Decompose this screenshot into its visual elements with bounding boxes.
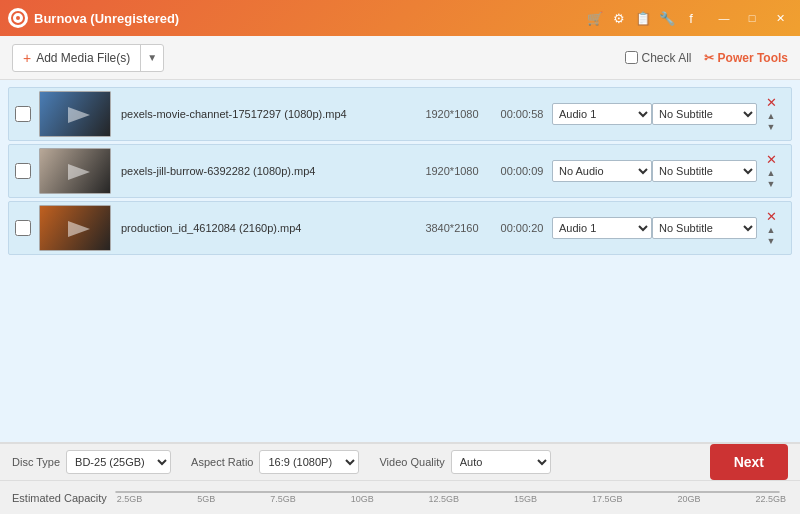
file-audio-wrap: No AudioAudio 1	[552, 160, 652, 182]
add-media-label: Add Media File(s)	[36, 51, 130, 65]
add-media-main[interactable]: + Add Media File(s)	[13, 45, 141, 71]
disc-type-group: Disc Type BD-25 (25GB)BD-50 (50GB)DVD-5 …	[12, 450, 171, 474]
file-name: production_id_4612084 (2160p).mp4	[121, 222, 412, 234]
file-audio-wrap: Audio 1No Audio	[552, 217, 652, 239]
table-row: pexels-jill-burrow-6392282 (1080p).mp419…	[8, 144, 792, 198]
file-checkbox[interactable]	[15, 163, 31, 179]
close-button[interactable]: ✕	[768, 6, 792, 30]
file-delete-button[interactable]: ✕	[766, 153, 777, 166]
file-delete-button[interactable]: ✕	[766, 210, 777, 223]
file-actions: ✕▲▼	[757, 96, 785, 133]
tray-icon-5[interactable]: f	[680, 7, 702, 29]
file-checkbox[interactable]	[15, 106, 31, 122]
file-checkbox[interactable]	[15, 220, 31, 236]
file-move-up-button[interactable]: ▲	[767, 111, 776, 122]
file-reorder-arrows: ▲▼	[767, 168, 776, 190]
file-list: pexels-movie-channet-17517297 (1080p).mp…	[0, 80, 800, 442]
table-row: pexels-movie-channet-17517297 (1080p).mp…	[8, 87, 792, 141]
maximize-button[interactable]: □	[740, 6, 764, 30]
tray-icon-1[interactable]: 🛒	[584, 7, 606, 29]
file-audio-wrap: Audio 1No Audio	[552, 103, 652, 125]
video-quality-label: Video Quality	[379, 456, 444, 468]
file-resolution: 1920*1080	[412, 165, 492, 177]
file-name: pexels-jill-burrow-6392282 (1080p).mp4	[121, 165, 412, 177]
capacity-tick: 17.5GB	[592, 494, 623, 504]
file-subtitle-select[interactable]: No Subtitle	[652, 217, 757, 239]
app-title: Burnova (Unregistered)	[34, 11, 584, 26]
file-duration: 00:00:20	[492, 222, 552, 234]
toolbar-right: Check All ✂ Power Tools	[625, 51, 788, 65]
capacity-tick: 5GB	[197, 494, 215, 504]
disc-type-select[interactable]: BD-25 (25GB)BD-50 (50GB)DVD-5 (4.7GB)DVD…	[66, 450, 171, 474]
check-all-label[interactable]: Check All	[625, 51, 692, 65]
bottom-bar: Disc Type BD-25 (25GB)BD-50 (50GB)DVD-5 …	[0, 442, 800, 514]
file-actions: ✕▲▼	[757, 153, 785, 190]
file-delete-button[interactable]: ✕	[766, 96, 777, 109]
capacity-tick: 2.5GB	[117, 494, 143, 504]
capacity-tick: 20GB	[677, 494, 700, 504]
capacity-tick: 7.5GB	[270, 494, 296, 504]
add-icon: +	[23, 50, 31, 66]
file-thumbnail	[39, 148, 111, 194]
minimize-button[interactable]: —	[712, 6, 736, 30]
window-controls: — □ ✕	[712, 6, 792, 30]
capacity-label: Estimated Capacity	[12, 492, 107, 504]
options-row: Disc Type BD-25 (25GB)BD-50 (50GB)DVD-5 …	[0, 444, 800, 481]
file-resolution: 3840*2160	[412, 222, 492, 234]
disc-type-label: Disc Type	[12, 456, 60, 468]
aspect-ratio-label: Aspect Ratio	[191, 456, 253, 468]
app-logo	[8, 8, 28, 28]
file-move-down-button[interactable]: ▼	[767, 236, 776, 247]
file-actions: ✕▲▼	[757, 210, 785, 247]
capacity-tick-labels: 2.5GB5GB7.5GB10GB12.5GB15GB17.5GB20GB22.…	[115, 494, 788, 504]
tools-icon: ✂	[704, 51, 714, 65]
file-subtitle-wrap: No Subtitle	[652, 103, 757, 125]
add-media-dropdown-arrow[interactable]: ▼	[141, 45, 163, 71]
capacity-bar	[115, 491, 780, 493]
aspect-ratio-group: Aspect Ratio 16:9 (1080P)4:316:9 (720P)	[191, 450, 359, 474]
video-quality-select[interactable]: AutoHighMediumLow	[451, 450, 551, 474]
capacity-tick: 10GB	[351, 494, 374, 504]
capacity-tick: 22.5GB	[755, 494, 786, 504]
file-subtitle-wrap: No Subtitle	[652, 217, 757, 239]
tray-icon-2[interactable]: ⚙	[608, 7, 630, 29]
file-subtitle-wrap: No Subtitle	[652, 160, 757, 182]
next-button[interactable]: Next	[710, 444, 788, 480]
file-audio-select[interactable]: No AudioAudio 1	[552, 160, 652, 182]
file-reorder-arrows: ▲▼	[767, 111, 776, 133]
file-reorder-arrows: ▲▼	[767, 225, 776, 247]
tray-icon-3[interactable]: 📋	[632, 7, 654, 29]
file-duration: 00:00:58	[492, 108, 552, 120]
file-thumbnail	[39, 91, 111, 137]
file-resolution: 1920*1080	[412, 108, 492, 120]
capacity-row: Estimated Capacity 2.5GB5GB7.5GB10GB12.5…	[0, 481, 800, 514]
power-tools-button[interactable]: ✂ Power Tools	[704, 51, 788, 65]
file-move-down-button[interactable]: ▼	[767, 179, 776, 190]
aspect-ratio-select[interactable]: 16:9 (1080P)4:316:9 (720P)	[259, 450, 359, 474]
file-move-up-button[interactable]: ▲	[767, 225, 776, 236]
file-name: pexels-movie-channet-17517297 (1080p).mp…	[121, 108, 412, 120]
titlebar: Burnova (Unregistered) 🛒 ⚙ 📋 🔧 f — □ ✕	[0, 0, 800, 36]
file-audio-select[interactable]: Audio 1No Audio	[552, 217, 652, 239]
file-thumbnail	[39, 205, 111, 251]
add-media-button[interactable]: + Add Media File(s) ▼	[12, 44, 164, 72]
file-audio-select[interactable]: Audio 1No Audio	[552, 103, 652, 125]
file-move-down-button[interactable]: ▼	[767, 122, 776, 133]
capacity-tick: 12.5GB	[429, 494, 460, 504]
check-all-checkbox[interactable]	[625, 51, 638, 64]
svg-point-1	[16, 16, 20, 20]
table-row: production_id_4612084 (2160p).mp43840*21…	[8, 201, 792, 255]
tray-icon-4[interactable]: 🔧	[656, 7, 678, 29]
capacity-section: 2.5GB5GB7.5GB10GB12.5GB15GB17.5GB20GB22.…	[115, 491, 788, 504]
file-subtitle-select[interactable]: No Subtitle	[652, 160, 757, 182]
toolbar: + Add Media File(s) ▼ Check All ✂ Power …	[0, 36, 800, 80]
file-subtitle-select[interactable]: No Subtitle	[652, 103, 757, 125]
file-move-up-button[interactable]: ▲	[767, 168, 776, 179]
file-duration: 00:00:09	[492, 165, 552, 177]
video-quality-group: Video Quality AutoHighMediumLow	[379, 450, 550, 474]
capacity-tick: 15GB	[514, 494, 537, 504]
tray-icons: 🛒 ⚙ 📋 🔧 f	[584, 7, 702, 29]
